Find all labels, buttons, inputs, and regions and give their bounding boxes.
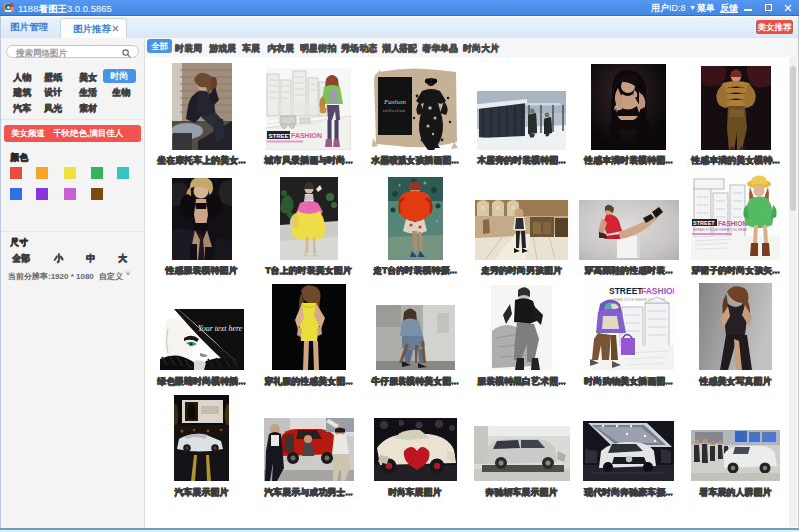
svg-text:REMAIN STYLISH WHERE YOU WEAR: REMAIN STYLISH WHERE YOU WEAR (693, 228, 748, 232)
svg-text:FASHION: FASHION (718, 219, 747, 226)
svg-text:Fashion: Fashion (383, 98, 406, 106)
svg-text:STREET: STREET (693, 220, 715, 226)
svg-text:FASHION: FASHION (641, 286, 674, 296)
svg-text:Your text here: Your text here (198, 324, 243, 333)
svg-text:STREET: STREET (269, 132, 293, 138)
svg-text:FASHION: FASHION (291, 132, 322, 139)
svg-text:collection: collection (383, 108, 406, 113)
svg-text:STREET: STREET (609, 286, 643, 296)
